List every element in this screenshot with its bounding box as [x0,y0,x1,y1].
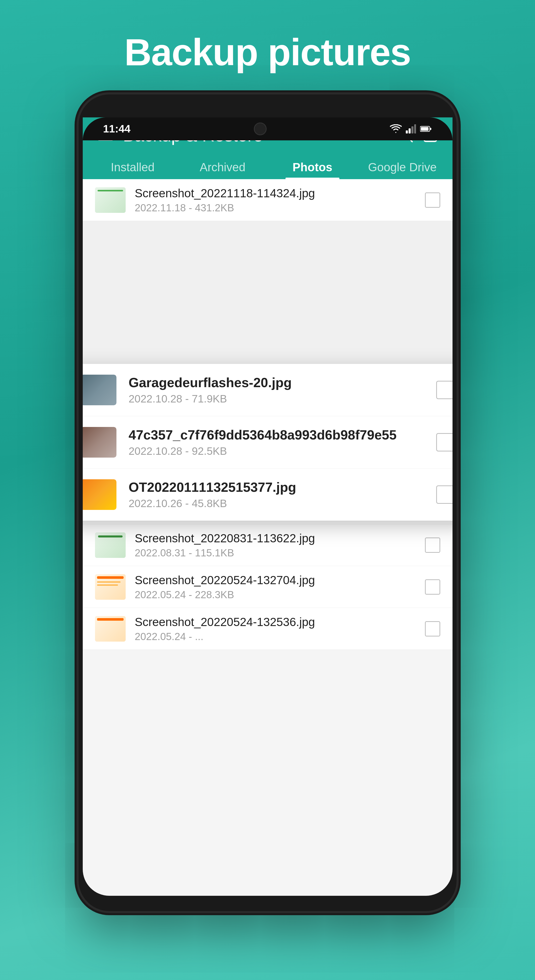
signal-icon [406,124,416,134]
popup-file-name: Garagedeurflashes-20.jpg [129,375,424,390]
phone-mockup: 11:44 [79,94,457,911]
popup-thumbnail [83,375,117,405]
tab-photos[interactable]: Photos [268,153,358,179]
file-meta: 2022.11.18 - 431.2KB [135,202,416,213]
popup-file-meta: 2022.10.28 - 71.9KB [129,393,424,405]
file-thumbnail [95,616,126,641]
file-meta: 2022.05.24 - 228.3KB [135,589,416,600]
file-list: Screenshot_20221118-114324.jpg 2022.11.1… [83,179,452,650]
phone-screen: 11:44 [83,118,452,896]
file-checkbox[interactable] [425,621,440,636]
file-info: Screenshot_20220524-132536.jpg 2022.05.2… [135,615,416,642]
popup-file-meta: 2022.10.28 - 92.5KB [129,445,424,457]
svg-rect-1 [409,128,410,134]
popup-file-name: 47c357_c7f76f9dd5364b8a993d6b98f79e55 [129,427,424,442]
popup-checkbox[interactable] [436,485,452,504]
file-name: Screenshot_20220831-113622.jpg [135,531,416,545]
file-thumbnail [95,187,126,213]
file-checkbox[interactable] [425,538,440,553]
list-item[interactable]: Screenshot_20221118-114324.jpg 2022.11.1… [83,179,452,221]
file-name: Screenshot_20221118-114324.jpg [135,186,416,200]
status-icons [390,124,432,134]
popup-file-name: OT20220111132515377.jpg [129,479,424,495]
file-thumbnail [95,574,126,600]
list-item[interactable]: Screenshot_20220524-132536.jpg 2022.05.2… [83,608,452,650]
status-bar: 11:44 [83,118,452,140]
list-item[interactable]: Screenshot_20220831-113622.jpg 2022.08.3… [83,524,452,566]
popup-checkbox[interactable] [436,433,452,452]
file-meta: 2022.08.31 - 115.1KB [135,547,416,558]
file-thumbnail [95,532,126,558]
popup-card: Garagedeurflashes-20.jpg 2022.10.28 - 71… [83,364,452,520]
popup-file-meta: 2022.10.26 - 45.8KB [129,497,424,510]
file-info: Screenshot_20220524-132704.jpg 2022.05.2… [135,573,416,600]
file-checkbox[interactable] [425,192,440,208]
file-name: Screenshot_20220524-132704.jpg [135,573,416,587]
popup-file-info: OT20220111132515377.jpg 2022.10.26 - 45.… [129,479,424,510]
popup-checkbox[interactable] [436,381,452,399]
file-meta: 2022.05.24 - ... [135,631,416,642]
tab-installed[interactable]: Installed [88,153,178,179]
page-hero-title: Backup pictures [0,30,535,74]
tab-archived[interactable]: Archived [178,153,268,179]
list-item[interactable]: Screenshot_20220524-132704.jpg 2022.05.2… [83,566,452,608]
popup-list-item[interactable]: 47c357_c7f76f9dd5364b8a993d6b98f79e55 20… [83,416,452,469]
svg-rect-3 [414,124,416,134]
svg-rect-2 [411,126,414,134]
file-name: Screenshot_20220524-132536.jpg [135,615,416,629]
popup-list-item[interactable]: Garagedeurflashes-20.jpg 2022.10.28 - 71… [83,364,452,416]
wifi-icon [390,124,402,134]
tab-google-drive[interactable]: Google Drive [358,153,447,179]
file-checkbox[interactable] [425,579,440,595]
popup-list-item[interactable]: OT20220111132515377.jpg 2022.10.26 - 45.… [83,469,452,520]
popup-file-info: 47c357_c7f76f9dd5364b8a993d6b98f79e55 20… [129,427,424,457]
svg-rect-6 [421,127,428,130]
svg-rect-0 [406,130,408,134]
popup-thumbnail [83,427,117,458]
battery-icon [420,125,432,132]
file-info: Screenshot_20220831-113622.jpg 2022.08.3… [135,531,416,558]
tab-bar: Installed Archived Photos Google Drive [83,153,452,179]
popup-thumbnail [83,479,117,510]
svg-rect-5 [430,128,431,130]
status-time: 11:44 [103,123,131,135]
file-info: Screenshot_20221118-114324.jpg 2022.11.1… [135,186,416,213]
popup-file-info: Garagedeurflashes-20.jpg 2022.10.28 - 71… [129,375,424,405]
camera-dot [254,123,267,135]
